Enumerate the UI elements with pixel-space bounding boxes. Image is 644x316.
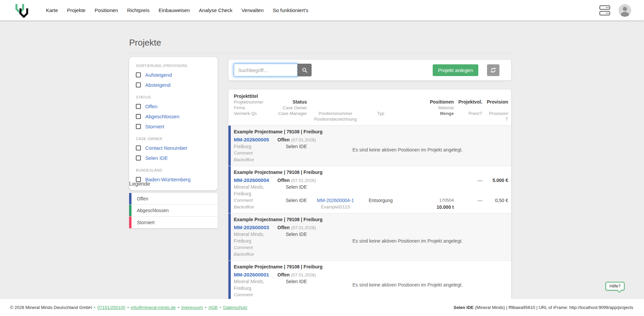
project-provision: 5.000 € <box>482 177 508 184</box>
nav-item-karte[interactable]: Karte <box>46 7 58 13</box>
header-col-projektvol: Projektvol. Preis/T <box>454 93 482 122</box>
checkbox-icon[interactable] <box>136 155 141 161</box>
status-bar-offen <box>228 213 231 260</box>
server-stack-icon[interactable] <box>599 5 610 16</box>
header-vermerk-qs: Vermerk Qs <box>234 111 277 116</box>
project-company: Freiburg <box>234 238 277 244</box>
project-note-backoffice: Backoffice <box>234 251 277 258</box>
project-note-comment: Comment <box>234 244 277 251</box>
header-col-projekt: Projekttitel Projektnummer Firma Vermerk… <box>234 93 277 122</box>
project-note-comment: Comment <box>234 150 277 156</box>
filter-option-label[interactable]: Aufsteigend <box>145 72 172 78</box>
search-button[interactable] <box>298 64 312 76</box>
position-number-link[interactable]: MM-202600004-1 <box>317 198 354 203</box>
nav-item-projekte[interactable]: Projekte <box>67 7 86 13</box>
project-number-link[interactable]: MM-202600005 <box>234 137 269 142</box>
session-user: Selen IDE <box>453 305 474 310</box>
footer-link-email[interactable]: info@mineral-minds.de <box>131 305 176 310</box>
legend-item-offen: Offen <box>129 193 218 205</box>
footer-session-info: Selen IDE (Mineral Minds) | ff9baea95610… <box>453 305 633 310</box>
filter-option-label[interactable]: Selen IDE <box>145 155 168 161</box>
magnifier-icon <box>302 67 308 73</box>
project-title: Example Projectname | 79108 | Freiburg <box>234 263 508 270</box>
filter-option-abgeschlossen[interactable]: Abgeschlossen <box>136 114 211 119</box>
status-bar-offen <box>228 261 231 299</box>
footer-copyright: © 2026 Mineral Minds Deutschland GmbH <box>10 305 92 310</box>
case-manager: Selen IDE <box>277 197 307 204</box>
checkbox-icon[interactable] <box>136 104 141 109</box>
checkbox-icon[interactable] <box>136 114 141 119</box>
title-divider <box>129 53 511 53</box>
search-input[interactable] <box>234 64 298 76</box>
project-number-link[interactable]: MM-202600004 <box>234 177 269 183</box>
header-provision-t2: T <box>482 116 508 122</box>
footer-link-phone[interactable]: 07151/250100 <box>97 305 125 310</box>
status-label: Offen <box>277 178 290 183</box>
nav-item-verwalten[interactable]: Verwalten <box>241 7 264 13</box>
filter-option-selen-ide[interactable]: Selen IDE <box>136 155 211 161</box>
nav-item-richtpreis[interactable]: Richtpreis <box>127 7 150 13</box>
filter-option-storniert[interactable]: Storniert <box>136 124 211 129</box>
filter-option-offen[interactable]: Offen <box>136 104 211 109</box>
filter-option-aufsteigend[interactable]: Aufsteigend <box>136 72 211 78</box>
case-owner: Selen IDE <box>277 184 307 190</box>
header-provision-t: Provision/ <box>482 111 508 116</box>
filter-option-label[interactable]: Contact Nonumber <box>145 145 187 151</box>
legend-item-storniert: Storniert <box>129 216 218 228</box>
help-button[interactable]: Hilfe? <box>605 282 625 291</box>
position-typ: Entsorgung <box>364 197 397 204</box>
legend-color-storniert <box>129 216 131 228</box>
legend-label: Storniert <box>137 220 155 225</box>
footer-link-datenschutz[interactable]: Datenschutz <box>223 305 247 310</box>
checkbox-icon[interactable] <box>136 82 141 87</box>
project-number-link[interactable]: MM-202600001 <box>234 272 269 277</box>
project-number-link[interactable]: MM-202600003 <box>234 225 269 230</box>
checkbox-icon[interactable] <box>136 72 141 77</box>
header-provision: Provision <box>482 99 508 105</box>
app-logo-icon[interactable] <box>15 3 29 18</box>
header-col-position: Positionsnummer Positionsbezeichnung <box>307 93 364 122</box>
footer-separator: • <box>94 305 96 310</box>
nav-item-positionen[interactable]: Positionen <box>95 7 118 13</box>
legend-item-abgeschlossen: Abgeschlossen <box>129 205 218 216</box>
create-project-button[interactable]: Projekt anlegen <box>433 64 478 76</box>
filter-option-label[interactable]: Absteigend <box>145 82 170 88</box>
filter-option-absteigend[interactable]: Absteigend <box>136 82 211 88</box>
filter-option-label[interactable]: Storniert <box>145 124 164 129</box>
filter-option-contact-nonumber[interactable]: Contact Nonumber <box>136 145 211 151</box>
legend: Offen Abgeschlossen Storniert <box>129 193 218 228</box>
filter-section-status: STATUS <box>136 95 211 99</box>
footer-separator: • <box>127 305 129 310</box>
nav-item-einbauweisen[interactable]: Einbauweisen <box>159 7 190 13</box>
project-preis-t: — <box>454 177 482 184</box>
filter-option-label[interactable]: Baden-Württemberg <box>145 177 191 182</box>
header-menge: Menge <box>397 111 454 116</box>
nav-item-so-funktionierts[interactable]: So funktioniert's <box>273 7 308 13</box>
project-row: Example Projectname | 79108 | Freiburg M… <box>228 166 511 213</box>
header-projektnummer: Projektnummer <box>234 99 277 105</box>
footer: © 2026 Mineral Minds Deutschland GmbH • … <box>0 299 644 316</box>
project-row: Example Projectname | 79108 | Freiburg M… <box>228 126 511 166</box>
status-label: Offen <box>277 272 290 277</box>
status-label: Offen <box>277 137 290 142</box>
nav-item-analyse-check[interactable]: Analyse Check <box>199 7 232 13</box>
project-note-backoffice: Backoffice <box>234 156 277 163</box>
header-typ: Typ <box>364 111 397 116</box>
help-label[interactable]: Hilfe? <box>609 283 621 289</box>
user-avatar-icon[interactable] <box>619 4 631 17</box>
legend-color-offen <box>129 193 131 204</box>
filter-option-label[interactable]: Abgeschlossen <box>145 114 179 119</box>
header-firma: Firma <box>234 105 277 111</box>
table-header: Projekttitel Projektnummer Firma Vermerk… <box>228 89 511 126</box>
legend-title: Legende <box>129 181 150 187</box>
checkbox-icon[interactable] <box>136 124 141 129</box>
filter-option-label[interactable]: Offen <box>145 104 157 109</box>
refresh-button[interactable] <box>487 64 499 76</box>
checkbox-icon[interactable] <box>136 145 141 150</box>
projects-table: Projekttitel Projektnummer Firma Vermerk… <box>228 89 511 299</box>
filter-section-case-owner: CASE OWNER <box>136 137 211 141</box>
project-company: Freiburg <box>234 143 277 150</box>
project-company: Freiburg <box>234 190 277 197</box>
footer-link-impressum[interactable]: Impressum <box>181 305 203 310</box>
footer-link-agb[interactable]: AGB <box>208 305 217 310</box>
